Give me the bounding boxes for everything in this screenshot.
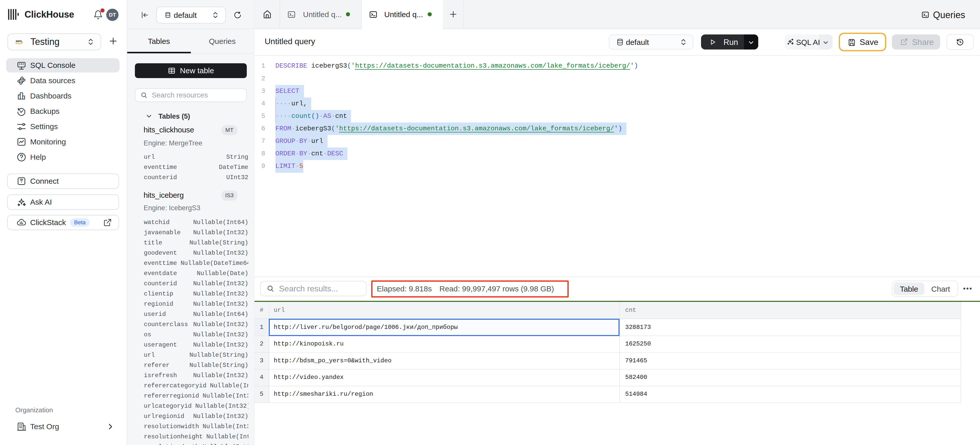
svg-text:aws: aws	[16, 39, 22, 43]
